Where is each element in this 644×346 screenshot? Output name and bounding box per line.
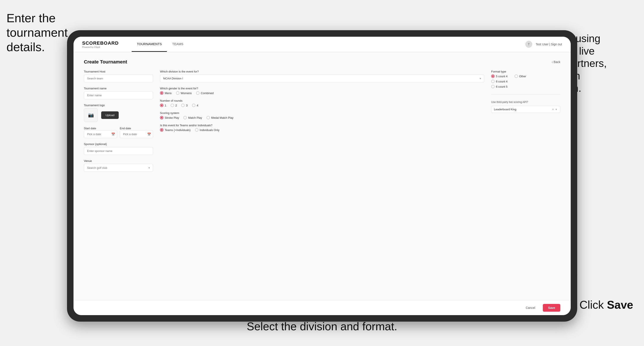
brand-title: SCOREBOARD	[82, 40, 119, 46]
rounds-1-label: 1	[165, 104, 166, 107]
navbar-right: T Test User | Sign out	[525, 41, 562, 48]
start-date-group: Start date 📅	[84, 126, 117, 138]
rounds-1[interactable]: 1	[160, 104, 166, 107]
venue-select-wrapper: ▼	[84, 164, 153, 172]
format-5count4[interactable]: 5 count 4	[491, 74, 508, 78]
rounds-3[interactable]: 3	[181, 104, 188, 107]
gender-womens[interactable]: Womens	[176, 91, 192, 95]
annotation-save-bold: Save	[607, 299, 633, 311]
live-scoring-value: Leaderboard King	[494, 108, 552, 111]
gender-group: Which gender is the event for? Mens Wome…	[160, 87, 484, 95]
navbar-links: TOURNAMENTS TEAMS	[132, 37, 188, 52]
event-type-group: Is this event for Teams and/or Individua…	[160, 124, 484, 132]
format-row-2: 6 count 4	[491, 80, 560, 83]
format-row-1: 5 count 4 Other	[491, 74, 560, 78]
scoring-match[interactable]: Match Play	[183, 116, 202, 119]
rounds-radio-group: 1 2 3 4	[160, 104, 484, 107]
page-header: Create Tournament ‹ Back	[84, 59, 560, 65]
tablet-device: SCOREBOARD Powered by Clippit TOURNAMENT…	[67, 30, 577, 322]
form-footer: Cancel Save	[74, 300, 571, 315]
gender-combined-label: Combined	[201, 92, 214, 95]
page-title: Create Tournament	[84, 59, 127, 65]
venue-input[interactable]	[84, 164, 153, 172]
scoring-group: Scoring system Stroke Play Match Play	[160, 111, 484, 119]
format-other-label: Other	[519, 75, 526, 78]
tournament-name-label: Tournament name	[84, 87, 153, 90]
venue-label: Venue	[84, 159, 153, 163]
gender-radio-group: Mens Womens Combined	[160, 91, 484, 95]
nav-tournaments[interactable]: TOURNAMENTS	[132, 37, 167, 52]
rounds-4[interactable]: 4	[192, 104, 198, 107]
tournament-host-group: Tournament Host	[84, 70, 153, 82]
radio-r3-circle	[181, 104, 184, 107]
rounds-4-label: 4	[197, 104, 198, 107]
radio-medal-circle	[206, 116, 210, 119]
start-date-wrapper: 📅	[84, 130, 117, 138]
rounds-label: Number of rounds	[160, 99, 484, 102]
scoring-radio-group: Stroke Play Match Play Medal Match Play	[160, 116, 484, 119]
radio-r2-circle	[170, 104, 174, 107]
scoring-medal[interactable]: Medal Match Play	[206, 116, 234, 119]
radio-match-circle	[183, 116, 187, 119]
nav-teams[interactable]: TEAMS	[167, 37, 188, 52]
format-6count4[interactable]: 6 count 4	[491, 80, 508, 83]
upload-button[interactable]: Upload	[101, 111, 119, 119]
dates-group: Start date 📅 End date 📅	[84, 126, 153, 138]
form-grid: Tournament Host Tournament name Tourname…	[84, 70, 560, 172]
division-select-wrapper: NCAA Division I NCAA Division II NCAA Di…	[160, 74, 484, 82]
tournament-logo-group: Tournament logo 📷 Upload	[84, 104, 153, 122]
tournament-host-input[interactable]	[84, 74, 153, 82]
annotation-enter-tournament: Enter thetournamentdetails.	[6, 11, 68, 54]
live-scoring-label: Use third-party live scoring API?	[491, 101, 560, 104]
radio-individuals-circle	[195, 128, 198, 132]
venue-group: Venue ▼	[84, 159, 153, 172]
event-type-radio-group: Teams (+Individuals) Individuals Only	[160, 128, 484, 132]
gender-combined[interactable]: Combined	[196, 91, 214, 95]
radio-6c5-circle	[491, 85, 494, 88]
annotation-click-save: Click Save	[579, 298, 633, 312]
end-date-input[interactable]	[120, 130, 153, 138]
start-date-label: Start date	[84, 127, 96, 130]
live-scoring-clear-icon[interactable]: ✕	[552, 108, 554, 111]
scoring-stroke[interactable]: Stroke Play	[160, 116, 179, 119]
logo-area: 📷 Upload	[84, 108, 153, 122]
radio-stroke-circle	[160, 116, 164, 119]
user-avatar: T	[525, 41, 532, 48]
division-select[interactable]: NCAA Division I NCAA Division II NCAA Di…	[160, 74, 484, 82]
tournament-name-input[interactable]	[84, 91, 153, 99]
event-teams[interactable]: Teams (+Individuals)	[160, 128, 191, 132]
format-6count5[interactable]: 6 count 5	[491, 85, 508, 88]
tournament-logo-label: Tournament logo	[84, 104, 153, 107]
radio-r1-circle	[160, 104, 164, 107]
format-6count5-label: 6 count 5	[496, 85, 508, 88]
user-info: Test User | Sign out	[536, 42, 562, 46]
division-label: Which division is the event for?	[160, 70, 484, 73]
sponsor-input[interactable]	[84, 147, 153, 155]
scoring-match-label: Match Play	[188, 116, 202, 119]
end-date-label: End date	[120, 127, 131, 130]
gender-mens[interactable]: Mens	[160, 91, 172, 95]
gender-mens-label: Mens	[165, 92, 172, 95]
format-options: 5 count 4 Other 6 count 4	[491, 74, 560, 88]
save-button[interactable]: Save	[543, 304, 560, 312]
cancel-button[interactable]: Cancel	[522, 304, 540, 312]
main-content: Create Tournament ‹ Back Tournament Host…	[74, 52, 571, 300]
radio-6c4-circle	[491, 80, 494, 83]
form-col-right: Format type 5 count 4 Other	[491, 70, 560, 172]
live-scoring-dropdown-icon[interactable]: ▼	[555, 108, 558, 111]
gender-womens-label: Womens	[181, 92, 192, 95]
event-individuals[interactable]: Individuals Only	[195, 128, 220, 132]
event-teams-label: Teams (+Individuals)	[165, 128, 191, 132]
start-date-input[interactable]	[84, 130, 117, 138]
rounds-2[interactable]: 2	[170, 104, 177, 107]
event-type-label: Is this event for Teams and/or Individua…	[160, 124, 484, 127]
logo-placeholder: 📷	[84, 108, 98, 122]
format-other[interactable]: Other	[514, 74, 526, 78]
radio-combined-circle	[196, 91, 200, 95]
format-5count4-label: 5 count 4	[496, 75, 508, 78]
rounds-2-label: 2	[175, 104, 177, 107]
end-date-group: End date 📅	[120, 126, 153, 138]
live-scoring-wrapper[interactable]: Leaderboard King ✕ ▼	[491, 106, 560, 113]
live-scoring-group: Use third-party live scoring API? Leader…	[491, 101, 560, 113]
back-link[interactable]: ‹ Back	[552, 60, 560, 64]
